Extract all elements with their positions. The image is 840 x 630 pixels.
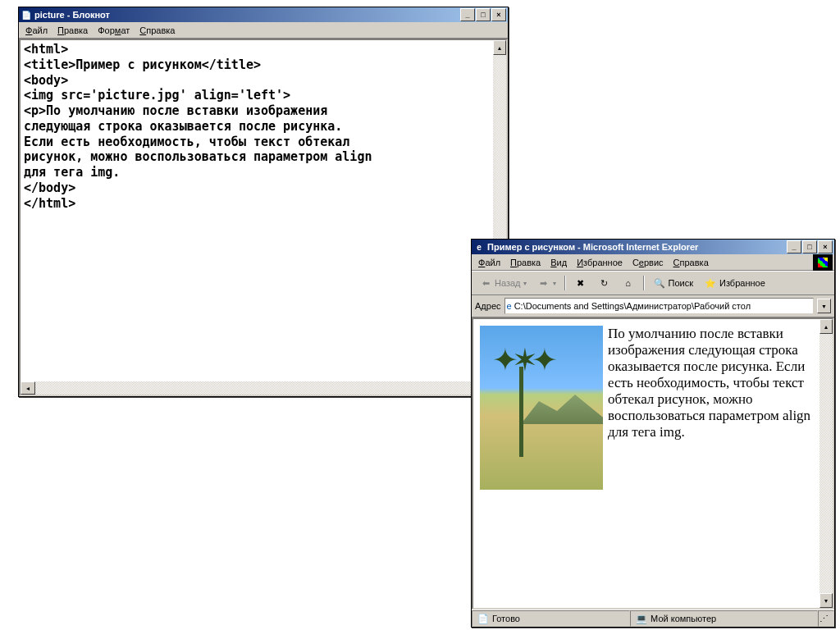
- address-value: C:\Documents and Settings\Администратор\…: [514, 301, 751, 311]
- address-bar: Адрес e C:\Documents and Settings\Админи…: [472, 295, 834, 317]
- address-dropdown-button[interactable]: ▼: [817, 299, 831, 313]
- close-button[interactable]: ×: [491, 8, 506, 21]
- notepad-icon: 📄: [21, 9, 32, 21]
- menu-tools[interactable]: Сервис: [628, 256, 669, 269]
- ie-window: e Пример с рисунком - Microsoft Internet…: [471, 239, 835, 628]
- menu-help[interactable]: Справка: [669, 256, 714, 269]
- address-field[interactable]: e C:\Documents and Settings\Администрато…: [504, 298, 815, 314]
- menu-help[interactable]: Справка: [135, 24, 180, 37]
- forward-button[interactable]: ➡ ▾: [533, 274, 560, 292]
- notepad-title: picture - Блокнот: [34, 10, 460, 20]
- stop-button[interactable]: ✖: [570, 274, 591, 292]
- done-icon: 📄: [477, 614, 489, 624]
- menu-view[interactable]: Вид: [546, 256, 572, 269]
- refresh-icon: ↻: [598, 276, 611, 290]
- menu-file[interactable]: Файл: [473, 256, 505, 269]
- home-button[interactable]: ⌂: [618, 274, 639, 292]
- scroll-up-icon[interactable]: ▴: [493, 40, 506, 55]
- favorites-button[interactable]: ⭐ Избранное: [700, 274, 769, 292]
- search-icon: 🔍: [653, 276, 666, 290]
- maximize-button[interactable]: □: [476, 8, 491, 21]
- windows-logo-icon: [813, 254, 833, 271]
- ie-menubar: Файл Правка Вид Избранное Сервис Справка: [472, 254, 834, 271]
- menu-favorites[interactable]: Избранное: [572, 256, 628, 269]
- notepad-titlebar[interactable]: 📄 picture - Блокнот _ □ ×: [19, 7, 508, 22]
- page-icon: e: [507, 301, 512, 311]
- scroll-down-icon[interactable]: ▾: [819, 593, 833, 608]
- notepad-window: 📄 picture - Блокнот _ □ × Файл Правка Фо…: [18, 7, 509, 397]
- scroll-left-icon[interactable]: ◂: [21, 381, 35, 395]
- ie-toolbar: ⬅ Назад ▾ ➡ ▾ ✖ ↻ ⌂ 🔍 Поиск ⭐ Избранное: [472, 271, 834, 295]
- search-button[interactable]: 🔍 Поиск: [649, 274, 697, 292]
- ie-title: Пример с рисунком - Microsoft Internet E…: [487, 242, 787, 252]
- minimize-button[interactable]: _: [787, 240, 801, 253]
- minimize-button[interactable]: _: [460, 8, 475, 21]
- page-content: ✦✶✦ По умолчанию после вставки изображен…: [473, 319, 819, 608]
- statusbar: 📄 Готово 💻 Мой компьютер ⋰: [472, 609, 834, 627]
- favorites-icon: ⭐: [704, 276, 717, 290]
- home-icon: ⌂: [622, 276, 635, 290]
- page-paragraph: По умолчанию после вставки изображения с…: [608, 326, 810, 440]
- refresh-button[interactable]: ↻: [594, 274, 615, 292]
- ie-titlebar[interactable]: e Пример с рисунком - Microsoft Internet…: [472, 240, 834, 254]
- status-left: 📄 Готово: [472, 610, 630, 627]
- horizontal-scrollbar[interactable]: ◂ ▸: [21, 381, 493, 395]
- forward-arrow-icon: ➡: [537, 276, 550, 290]
- back-button[interactable]: ⬅ Назад ▾: [475, 274, 531, 292]
- address-label: Адрес: [475, 301, 501, 311]
- notepad-menubar: Файл Правка Формат Справка: [19, 22, 508, 39]
- stop-icon: ✖: [574, 276, 587, 290]
- close-button[interactable]: ×: [818, 240, 833, 253]
- menu-edit[interactable]: Правка: [505, 256, 546, 269]
- back-arrow-icon: ⬅: [479, 276, 492, 290]
- notepad-textarea[interactable]: <html> <title>Пример с рисунком</title> …: [21, 40, 493, 381]
- computer-icon: 💻: [636, 614, 647, 624]
- menu-format[interactable]: Формат: [93, 24, 135, 37]
- menu-edit[interactable]: Правка: [52, 24, 93, 37]
- status-right: 💻 Мой компьютер: [630, 610, 818, 627]
- maximize-button[interactable]: □: [802, 240, 817, 253]
- scroll-up-icon[interactable]: ▴: [819, 319, 833, 334]
- resize-grip[interactable]: ⋰: [818, 610, 834, 627]
- ie-icon: e: [473, 241, 485, 253]
- menu-file[interactable]: Файл: [21, 24, 52, 37]
- page-image: ✦✶✦: [480, 326, 603, 490]
- ie-vertical-scrollbar[interactable]: ▴ ▾: [819, 319, 833, 608]
